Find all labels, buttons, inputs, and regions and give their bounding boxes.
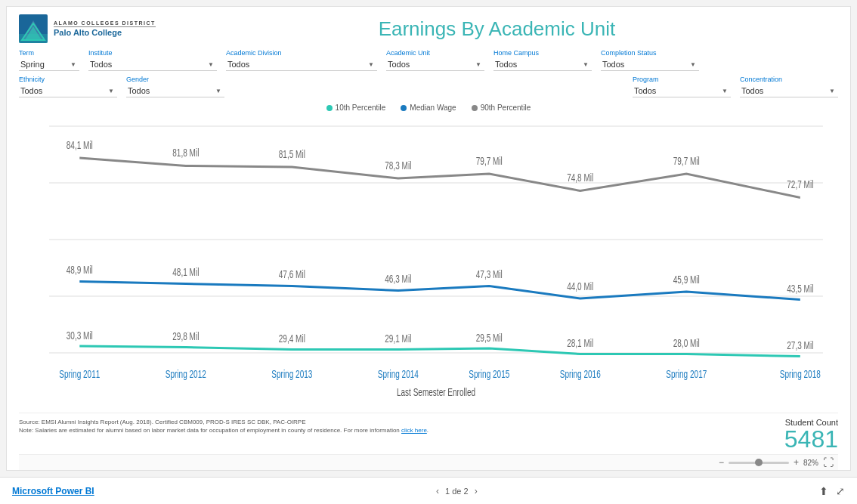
note-text-main: Note: Salaries are estimated for alumni … — [19, 427, 400, 434]
filter-home-campus-label: Home Campus — [493, 49, 592, 57]
label-p10-7: 27,3 Mil — [787, 339, 813, 352]
fullscreen-icon[interactable]: ⤢ — [836, 485, 845, 497]
zoom-slider-thumb[interactable] — [755, 459, 763, 466]
logo-college: Palo Alto College — [54, 26, 156, 37]
xlabel-5: Spring 2016 — [560, 367, 601, 381]
filter-ethnicity-label: Ethnicity — [19, 76, 117, 83]
filter-concentration: Concentration Todos ▼ — [740, 76, 838, 97]
label-median-1: 48,1 Mil — [172, 265, 199, 279]
legend-p90: 90th Percentile — [472, 104, 531, 112]
filter-gender-select[interactable]: Todos ▼ — [126, 85, 224, 97]
filter-term-label: Term — [19, 49, 79, 57]
filter-completion-status-label: Completion Status — [601, 49, 699, 57]
chevron-down-icon: ▼ — [209, 88, 221, 94]
label-median-2: 47,6 Mil — [279, 267, 305, 281]
filter-gender: Gender Todos ▼ — [126, 76, 224, 97]
label-median-6: 45,9 Mil — [673, 273, 700, 286]
powerbi-link[interactable]: Microsoft Power BI — [12, 486, 94, 496]
legend-p10: 10th Percentile — [326, 104, 386, 112]
xlabel-2: Spring 2013 — [271, 367, 312, 381]
filter-completion-status: Completion Status Todos ▼ — [601, 49, 699, 71]
filter-academic-division-select[interactable]: Todos ▼ — [226, 58, 377, 71]
filters-row2: Ethnicity Todos ▼ Gender Todos ▼ Program… — [19, 76, 838, 97]
logo-icon — [19, 14, 48, 43]
legend-label-p90: 90th Percentile — [481, 104, 531, 112]
filter-term-value: Spring — [20, 60, 45, 69]
filter-academic-unit: Academic Unit Todos ▼ — [386, 49, 484, 71]
chevron-down-icon: ▼ — [469, 61, 481, 68]
student-count-block: Student Count 5481 — [747, 418, 838, 451]
footer-notes: Source: EMSI Alumni Insights Report (Aug… — [19, 418, 747, 434]
filter-academic-unit-value: Todos — [388, 60, 410, 69]
footer-row: Source: EMSI Alumni Insights Report (Aug… — [19, 413, 838, 454]
student-count-value: 5481 — [747, 427, 838, 451]
xlabel-0: Spring 2011 — [59, 367, 100, 381]
filter-institute-select[interactable]: Todos ▼ — [88, 58, 217, 71]
filter-program: Program Todos ▼ — [633, 76, 731, 97]
chevron-down-icon: ▼ — [102, 88, 114, 94]
zoom-percent: 82% — [803, 459, 818, 467]
page-nav: ‹ 1 de 2 › — [436, 486, 478, 496]
filter-institute-value: Todos — [90, 60, 112, 69]
filter-program-label: Program — [633, 76, 731, 83]
header-row: Alamo Colleges District Palo Alto Colleg… — [19, 14, 838, 43]
label-p10-0: 30,3 Mil — [67, 329, 93, 342]
filter-ethnicity-select[interactable]: Todos ▼ — [19, 85, 117, 97]
label-median-0: 48,9 Mil — [67, 263, 93, 277]
legend-median: Median Wage — [401, 104, 456, 112]
label-p90-6: 79,7 Mil — [673, 154, 700, 168]
zoom-minus-icon[interactable]: − — [719, 457, 724, 468]
label-p90-3: 78,3 Mil — [385, 159, 411, 172]
xlabel-3: Spring 2014 — [378, 367, 419, 381]
legend-row: 10th Percentile Median Wage 90th Percent… — [19, 104, 838, 112]
zoom-slider-track[interactable] — [729, 462, 789, 464]
label-p90-5: 74,8 Mil — [567, 171, 593, 184]
share-icon[interactable]: ⬆ — [819, 485, 828, 497]
label-median-3: 46,3 Mil — [385, 272, 411, 286]
filter-academic-division-value: Todos — [227, 60, 249, 69]
page-label: 1 de 2 — [445, 487, 469, 496]
legend-dot-p90 — [472, 105, 478, 111]
chevron-down-icon: ▼ — [716, 88, 728, 94]
note-text: Note: Salaries are estimated for alumni … — [19, 426, 747, 434]
filter-concentration-value: Todos — [741, 86, 763, 95]
chevron-down-icon: ▼ — [202, 61, 214, 68]
chevron-down-icon: ▼ — [823, 88, 835, 94]
filter-completion-status-value: Todos — [602, 60, 624, 69]
label-p10-6: 28,0 Mil — [673, 336, 700, 350]
filter-program-select[interactable]: Todos ▼ — [633, 85, 731, 97]
filter-term-select[interactable]: Spring ▼ — [19, 58, 79, 71]
filter-term: Term Spring ▼ — [19, 49, 79, 71]
label-median-4: 47,3 Mil — [476, 267, 503, 281]
filter-academic-division-label: Academic Division — [226, 49, 377, 57]
label-p10-5: 28,1 Mil — [567, 336, 593, 350]
filter-academic-division: Academic Division Todos ▼ — [226, 49, 377, 71]
filter-program-value: Todos — [634, 86, 656, 95]
filter-concentration-select[interactable]: Todos ▼ — [740, 85, 838, 97]
xlabel-6: Spring 2017 — [666, 367, 707, 381]
click-here-link[interactable]: click here — [401, 427, 427, 434]
expand-icon[interactable]: ⛶ — [823, 456, 834, 468]
filter-completion-status-select[interactable]: Todos ▼ — [601, 58, 699, 71]
zoom-plus-icon[interactable]: + — [794, 457, 799, 468]
label-p90-7: 72,7 Mil — [787, 178, 813, 191]
filter-home-campus-select[interactable]: Todos ▼ — [493, 58, 592, 71]
chevron-down-icon: ▼ — [684, 61, 696, 68]
filter-concentration-label: Concentration — [740, 76, 838, 83]
filter-gender-value: Todos — [128, 86, 150, 95]
chevron-down-icon: ▼ — [64, 61, 76, 68]
chart-svg: 84,1 Mil 81,8 Mil 81,5 Mil 78,3 Mil 79,7… — [19, 115, 838, 410]
label-p10-4: 29,5 Mil — [476, 331, 503, 345]
chevron-down-icon: ▼ — [362, 61, 374, 68]
filter-academic-unit-select[interactable]: Todos ▼ — [386, 58, 484, 71]
label-p90-2: 81,5 Mil — [279, 147, 305, 161]
next-page-button[interactable]: › — [475, 486, 478, 496]
filter-gender-label: Gender — [126, 76, 224, 83]
legend-dot-p10 — [326, 105, 333, 111]
filters-row1: Term Spring ▼ Institute Todos ▼ Academic… — [19, 49, 838, 71]
legend-label-median: Median Wage — [410, 104, 456, 112]
page-title: Earnings By Academic Unit — [156, 17, 838, 41]
label-p10-3: 29,1 Mil — [385, 332, 411, 345]
xlabel-4: Spring 2015 — [469, 367, 509, 381]
prev-page-button[interactable]: ‹ — [436, 486, 439, 496]
